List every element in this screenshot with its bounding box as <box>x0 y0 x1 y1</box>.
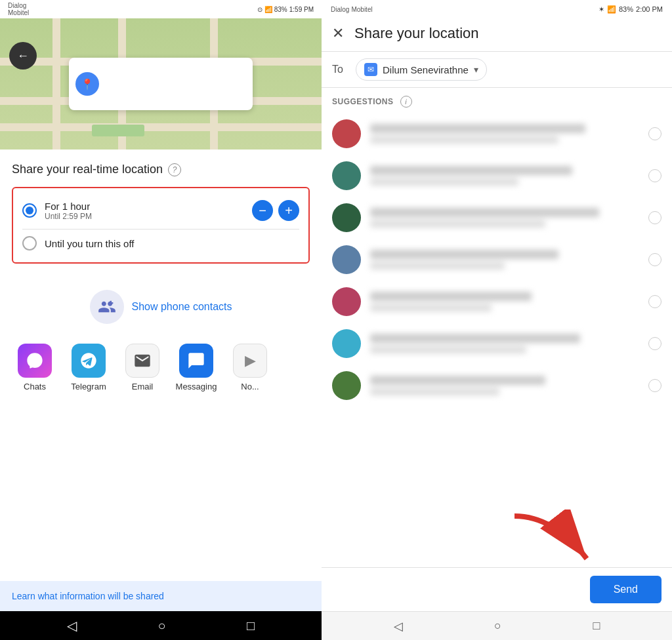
time-right: 2:00 PM <box>636 5 663 13</box>
contact-name <box>370 166 572 175</box>
contact-list <box>322 113 672 567</box>
decrement-button[interactable]: − <box>252 200 273 221</box>
contact-sub <box>370 220 545 228</box>
map-pin: 📍 <box>75 72 99 96</box>
recents-nav-icon[interactable]: □ <box>247 618 255 633</box>
option-divider <box>22 229 299 230</box>
back-button[interactable]: ← <box>9 42 37 70</box>
right-panel: Dialog Mobitel ✶ 📶 83% 2:00 PM ✕ Share y… <box>322 0 672 640</box>
contact-name <box>370 334 580 343</box>
avatar <box>332 203 361 232</box>
chevron-down-icon: ▾ <box>474 64 478 75</box>
contact-name <box>370 208 599 217</box>
contact-info <box>370 166 639 186</box>
send-button[interactable]: Send <box>590 576 662 603</box>
time-left: 1:59 PM <box>289 6 314 13</box>
info-bar: Learn what information will be shared <box>0 581 322 611</box>
content-area: Share your real-time location ? For 1 ho… <box>0 150 322 581</box>
telegram-icon <box>72 344 106 378</box>
contact-info <box>370 124 639 144</box>
show-contacts-button[interactable]: Show phone contacts <box>12 277 310 330</box>
back-nav-right-icon[interactable]: ◁ <box>394 619 403 633</box>
suggestions-info-icon[interactable]: i <box>400 96 412 108</box>
to-label: To <box>332 64 348 75</box>
map-card: 📍 <box>69 58 253 110</box>
status-bar-left: Dialog Mobitel ⊙ 📶 83% 1:59 PM <box>0 0 322 18</box>
avatar <box>332 329 361 358</box>
stepper-buttons: − + <box>252 200 299 221</box>
contact-info <box>370 376 639 395</box>
app-more[interactable]: ▶ No... <box>227 344 273 391</box>
back-nav-icon[interactable]: ◁ <box>67 618 77 633</box>
status-icons-left: ⊙ 📶 83% 1:59 PM <box>257 6 314 13</box>
contact-check[interactable] <box>648 295 662 308</box>
contact-check[interactable] <box>648 169 662 182</box>
battery-right: 83% <box>619 5 633 13</box>
help-icon[interactable]: ? <box>168 163 181 176</box>
contacts-icon <box>90 290 124 324</box>
option-one-hour-text: For 1 hour Until 2:59 PM <box>45 201 92 221</box>
close-button[interactable]: ✕ <box>332 25 344 42</box>
avatar <box>332 161 361 190</box>
contact-info <box>370 292 639 311</box>
app-chats[interactable]: Chats <box>12 344 58 391</box>
page-title: Share your location <box>354 25 662 42</box>
recipient-chip[interactable]: ✉ Dilum Senevirathne ▾ <box>356 58 487 81</box>
contact-sub <box>370 178 518 186</box>
contact-row[interactable] <box>322 365 672 407</box>
section-title: Share your real-time location ? <box>12 163 310 176</box>
contact-row[interactable] <box>322 281 672 323</box>
contact-sub <box>370 346 526 353</box>
recipient-icon: ✉ <box>364 63 377 76</box>
contact-row[interactable] <box>322 113 672 155</box>
left-panel: Dialog Mobitel ⊙ 📶 83% 1:59 PM ← 📍 <box>0 0 322 640</box>
contact-name <box>370 292 532 301</box>
contact-row[interactable] <box>322 197 672 239</box>
contact-sub <box>370 136 558 144</box>
contact-check[interactable] <box>648 379 662 392</box>
contact-row[interactable] <box>322 323 672 365</box>
contact-name <box>370 124 585 133</box>
contact-check[interactable] <box>648 211 662 224</box>
contact-check[interactable] <box>648 253 662 266</box>
recents-nav-right-icon[interactable]: □ <box>593 619 600 633</box>
more-icon: ▶ <box>233 344 267 378</box>
contact-check[interactable] <box>648 127 662 140</box>
increment-button[interactable]: + <box>278 200 299 221</box>
avatar <box>332 119 361 148</box>
contact-check[interactable] <box>648 337 662 350</box>
green-area <box>92 125 144 136</box>
contact-info <box>370 334 639 353</box>
avatar <box>332 371 361 400</box>
battery-left: 83% <box>274 6 287 13</box>
info-link[interactable]: Learn what information will be shared <box>12 591 164 601</box>
contact-sub <box>370 262 505 270</box>
app-email-label: Email <box>132 382 154 391</box>
contact-row[interactable] <box>322 155 672 197</box>
option-until-off[interactable]: Until you turn this off <box>22 231 299 256</box>
suggestions-label: SUGGESTIONS <box>332 97 394 106</box>
email-icon <box>125 344 159 378</box>
radio-until-off[interactable] <box>22 236 37 250</box>
app-messaging[interactable]: Messaging <box>173 344 219 391</box>
home-nav-right-icon[interactable]: ○ <box>494 619 501 633</box>
contact-name <box>370 250 558 259</box>
option-one-hour[interactable]: For 1 hour Until 2:59 PM − + <box>22 195 299 226</box>
messenger-icon <box>18 344 52 378</box>
share-apps-row: Chats Telegram Email <box>12 330 310 399</box>
app-telegram[interactable]: Telegram <box>66 344 112 391</box>
options-box: For 1 hour Until 2:59 PM − + Until you t… <box>12 187 310 264</box>
bluetooth-icon: ⊙ <box>257 6 262 13</box>
to-row: To ✉ Dilum Senevirathne ▾ <box>322 52 672 88</box>
nav-bar-left: ◁ ○ □ <box>0 611 322 640</box>
contact-row[interactable] <box>322 239 672 281</box>
nav-bar-right: ◁ ○ □ <box>322 611 672 640</box>
road-h3 <box>0 123 322 131</box>
app-more-label: No... <box>241 382 259 391</box>
radio-one-hour[interactable] <box>22 203 37 218</box>
bluetooth-right-icon: ✶ <box>598 5 604 14</box>
status-bar-right: Dialog Mobitel ✶ 📶 83% 2:00 PM <box>322 0 672 18</box>
app-email[interactable]: Email <box>119 344 165 391</box>
right-status-icons: ✶ 📶 83% 2:00 PM <box>598 5 663 14</box>
home-nav-icon[interactable]: ○ <box>158 618 165 633</box>
